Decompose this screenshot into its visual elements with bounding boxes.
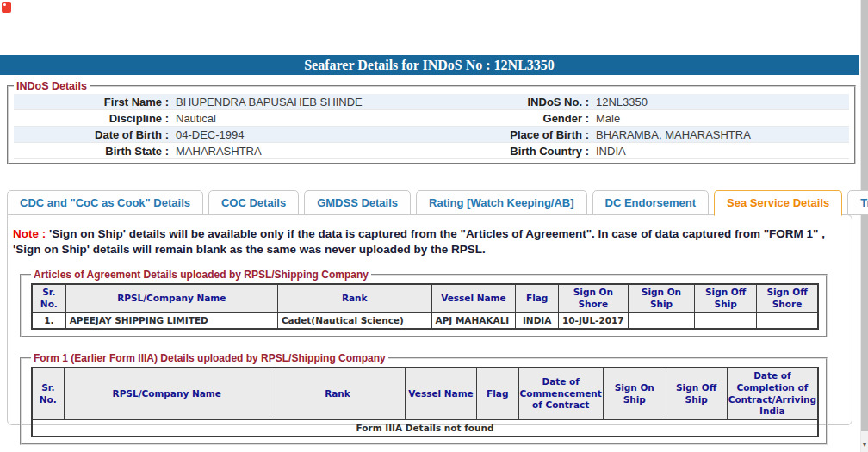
tab-training-details[interactable]: Training Details — [847, 190, 868, 215]
col-sr-no: Sr. No. — [32, 284, 65, 313]
col-flag: Flag — [476, 368, 518, 419]
chevron-down-icon: ▾ — [863, 441, 866, 449]
cell-flag: INDIA — [516, 313, 559, 330]
indos-no-label: INDoS No. : — [428, 94, 593, 110]
cell-sign-off-ship — [695, 313, 757, 330]
place-of-birth-value: BHARAMBA, MAHARASHTRA — [593, 127, 849, 143]
col-vessel-name: Vessel Name — [431, 284, 516, 313]
tab-sea-service-details[interactable]: Sea Service Details — [714, 190, 842, 216]
col-sr-no: Sr. No. — [32, 368, 64, 419]
cell-sr-no: 1. — [32, 313, 65, 330]
table-header-row: Sr. No. RPSL/Company Name Rank Vessel Na… — [32, 368, 818, 419]
col-date-of-completion: Date of Completion of Contract/Arriving … — [727, 368, 818, 419]
articles-of-agreement-legend: Articles of Agreement Details uploaded b… — [31, 269, 371, 281]
indos-row-2: Discipline : Nautical Gender : Male — [14, 110, 849, 127]
col-rank: Rank — [277, 284, 431, 313]
col-rpsl-company-name: RPSL/Company Name — [64, 368, 270, 419]
place-of-birth-label: Place of Birth : — [428, 127, 593, 143]
tab-bar: CDC and "CoC as Cook" Details COC Detail… — [7, 190, 859, 215]
indos-row-4: Birth State : MAHARASHTRA Birth Country … — [14, 143, 849, 159]
date-of-birth-label: Date of Birth : — [14, 127, 173, 143]
col-sign-on-ship: Sign On Ship — [603, 368, 666, 419]
scrollbar-thumb[interactable] — [861, 0, 868, 431]
tab-cdc-coc-as-cook-details[interactable]: CDC and "CoC as Cook" Details — [7, 190, 203, 215]
first-name-value: BHUPENDRA BAPUSAHEB SHINDE — [173, 94, 428, 110]
date-of-birth-value: 04-DEC-1994 — [173, 127, 428, 143]
tab-dc-endorsement[interactable]: DC Endorsement — [592, 190, 709, 215]
broken-image-dot — [3, 3, 6, 6]
col-sign-off-ship: Sign Off Ship — [695, 284, 757, 313]
col-sign-off-shore: Sign Off Shore — [757, 284, 818, 313]
table-header-row: Sr. No. RPSL/Company Name Rank Vessel Na… — [32, 284, 818, 313]
gender-value: Male — [593, 110, 849, 127]
scrollbar-down-button[interactable]: ▾ — [861, 439, 868, 451]
note-text: Note : 'Sign on Ship' details will be av… — [13, 226, 841, 257]
empty-row: Form IIIA Details not found — [32, 419, 818, 437]
gender-label: Gender : — [428, 110, 593, 127]
birth-country-label: Birth Country : — [428, 143, 593, 159]
discipline-label: Discipline : — [14, 110, 173, 127]
note-body: 'Sign on Ship' details will be available… — [13, 227, 825, 256]
page-content: Seafarer Details for INDoS No : 12NL3350… — [0, 0, 859, 425]
cell-sign-on-ship — [628, 313, 695, 330]
indos-row-3: Date of Birth : 04-DEC-1994 Place of Bir… — [14, 127, 849, 143]
form1-legend: Form 1 (Earlier Form IIIA) Details uploa… — [31, 352, 388, 364]
form1-not-found-message: Form IIIA Details not found — [32, 419, 818, 437]
articles-of-agreement-table: Sr. No. RPSL/Company Name Rank Vessel Na… — [31, 283, 819, 330]
vertical-scrollbar[interactable]: ▾ — [860, 0, 868, 452]
articles-of-agreement-fieldset: Articles of Agreement Details uploaded b… — [20, 269, 828, 337]
tab-gmdss-details[interactable]: GMDSS Details — [304, 190, 411, 215]
discipline-value: Nautical — [173, 110, 428, 127]
tab-coc-details[interactable]: COC Details — [208, 190, 299, 215]
birth-state-value: MAHARASHTRA — [173, 143, 428, 159]
col-flag: Flag — [516, 284, 559, 313]
indos-no-value: 12NL3350 — [593, 94, 849, 110]
col-rpsl-company-name: RPSL/Company Name — [65, 284, 277, 313]
broken-image-icon — [2, 2, 11, 13]
form1-fieldset: Form 1 (Earlier Form IIIA) Details uploa… — [20, 352, 828, 445]
tab-rating-watch-keeping-ab[interactable]: Rating [Watch Keeping/AB] — [416, 190, 587, 215]
col-sign-on-ship: Sign On Ship — [628, 284, 695, 313]
indos-details-grid: First Name : BHUPENDRA BAPUSAHEB SHINDE … — [14, 94, 849, 159]
first-name-label: First Name : — [14, 94, 173, 110]
cell-sign-on-shore: 10-JUL-2017 — [558, 313, 628, 330]
note-label: Note : — [13, 227, 46, 240]
birth-country-value: INDIA — [593, 143, 849, 159]
sea-service-tab-panel: Note : 'Sign on Ship' details will be av… — [7, 214, 852, 425]
col-rank: Rank — [270, 368, 405, 419]
indos-row-1: First Name : BHUPENDRA BAPUSAHEB SHINDE … — [14, 94, 849, 110]
form1-table: Sr. No. RPSL/Company Name Rank Vessel Na… — [31, 367, 819, 437]
col-date-of-commencement: Date of Commencement of Contract — [518, 368, 603, 419]
col-sign-on-shore: Sign On Shore — [558, 284, 628, 313]
cell-sign-off-shore — [757, 313, 818, 330]
cell-company: APEEJAY SHIPPING LIMITED — [65, 313, 277, 330]
col-vessel-name: Vessel Name — [406, 368, 477, 419]
col-sign-off-ship: Sign Off Ship — [666, 368, 727, 419]
indos-details-legend: INDoS Details — [14, 80, 90, 92]
indos-details-fieldset: INDoS Details First Name : BHUPENDRA BAP… — [7, 80, 856, 164]
cell-rank: Cadet(Nautical Science) — [277, 313, 431, 330]
cell-vessel: APJ MAHAKALI — [431, 313, 516, 330]
table-row: 1. APEEJAY SHIPPING LIMITED Cadet(Nautic… — [32, 313, 818, 330]
birth-state-label: Birth State : — [14, 143, 173, 159]
page-title: Seafarer Details for INDoS No : 12NL3350 — [0, 55, 859, 75]
